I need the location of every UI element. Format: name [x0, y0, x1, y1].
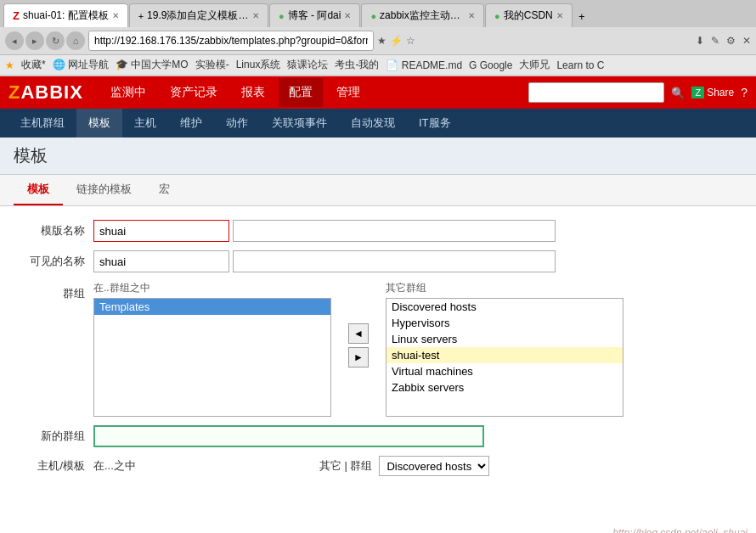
other-group-hypervisors[interactable]: Hypervisors [386, 315, 623, 331]
subnav-correlations[interactable]: 关联项事件 [260, 109, 339, 137]
bookmark-nav[interactable]: 🌐 网址导航 [53, 58, 109, 72]
page-tab-macro[interactable]: 宏 [145, 175, 183, 205]
search-icon[interactable]: 🔍 [671, 87, 685, 99]
tab-label-4: zabbix监控主动模式.. [380, 8, 465, 23]
bookmark-learn[interactable]: Learn to C [556, 59, 604, 71]
group-label: 群组 [17, 281, 93, 301]
browser-tabs: Z shuai-01: 配置模板 ✕ + 19.9添加自定义模板|Li... ✕… [0, 0, 756, 27]
page-title: 模板 [14, 144, 742, 167]
tab-label-2: 19.9添加自定义模板|Li... [147, 8, 249, 23]
search-input[interactable] [528, 82, 664, 103]
edit-icon[interactable]: ✎ [711, 35, 719, 47]
other-group-discovered[interactable]: Discovered hosts [386, 299, 623, 315]
arrow-right-button[interactable]: ► [348, 347, 369, 367]
tab-favicon-4: ● [370, 11, 376, 21]
browser-nav-buttons: ◂ ▸ ↻ ⌂ [5, 31, 85, 50]
host-template-label: 主机/模板 [17, 458, 93, 474]
template-name-extra[interactable] [233, 220, 556, 242]
page-title-bar: 模板 [0, 137, 756, 175]
other-groups-listbox[interactable]: Discovered hosts Hypervisors Linux serve… [386, 298, 623, 417]
main-nav: 监测中 资产记录 报表 配置 管理 [100, 78, 529, 107]
tab-favicon-z: Z [13, 9, 20, 22]
refresh-button[interactable]: ↻ [46, 31, 65, 50]
new-tab-button[interactable]: + [573, 5, 590, 27]
back-button[interactable]: ◂ [5, 31, 24, 50]
tab-close-4[interactable]: ✕ [468, 11, 475, 20]
tools-icon[interactable]: ⚙ [726, 35, 736, 47]
address-bar[interactable] [88, 31, 374, 51]
in-group-item-templates[interactable]: Templates [94, 299, 330, 315]
template-name-input[interactable] [93, 220, 229, 242]
tab-active[interactable]: Z shuai-01: 配置模板 ✕ [3, 3, 128, 27]
host-template-dropdown[interactable]: Discovered hosts Hypervisors Linux serve… [379, 456, 489, 476]
bookmark-university[interactable]: 🎓 中国大学MO [116, 58, 189, 72]
other-group-shuai-test[interactable]: shuai-test [386, 347, 623, 363]
star-icon[interactable]: ☆ [406, 35, 415, 47]
host-template-row: 主机/模板 在...之中 其它 | 群组 Discovered hosts Hy… [17, 456, 739, 476]
bookmark-monkey[interactable]: 猿课论坛 [287, 58, 328, 72]
subnav-host[interactable]: 主机 [122, 109, 168, 137]
arrow-left-button[interactable]: ◄ [348, 323, 369, 344]
download-icon[interactable]: ⬇ [696, 35, 704, 47]
tab-close-3[interactable]: ✕ [344, 11, 351, 20]
new-group-input[interactable] [93, 425, 484, 447]
tab-favicon-2: + [138, 11, 144, 21]
bookmark-google[interactable]: G Google [469, 59, 512, 71]
nav-admin[interactable]: 管理 [326, 78, 370, 107]
other-group-linux[interactable]: Linux servers [386, 331, 623, 347]
page-tabs: 模板 链接的模板 宏 [0, 175, 756, 206]
in-groups-listbox[interactable]: Templates [93, 298, 331, 417]
share-z-icon: Z [691, 87, 704, 98]
page-tab-template[interactable]: 模板 [14, 175, 63, 205]
nav-monitor[interactable]: 监测中 [100, 78, 156, 107]
tab-label-3: 博客 - 阿dai [288, 8, 341, 23]
nav-config[interactable]: 配置 [279, 78, 323, 107]
tab-close-5[interactable]: ✕ [556, 11, 563, 20]
tab-favicon-3: ● [279, 11, 285, 21]
close-icon[interactable]: ✕ [742, 35, 751, 47]
subnav-maintenance[interactable]: 维护 [168, 109, 214, 137]
subnav-it-services[interactable]: IT服务 [407, 109, 463, 137]
in-groups-title: 在..群组之中 [93, 281, 331, 295]
tab-close-2[interactable]: ✕ [252, 11, 259, 20]
tab-5[interactable]: ● 我的CSDN ✕ [485, 3, 573, 27]
tab-label-active: shuai-01: 配置模板 [23, 8, 109, 23]
visible-name-extra[interactable] [233, 250, 556, 272]
help-button[interactable]: ? [741, 86, 748, 99]
subnav-template[interactable]: 模板 [76, 109, 122, 137]
bookmark-star-icon[interactable]: ★ [377, 35, 386, 47]
sub-nav: 主机群组 模板 主机 维护 动作 关联项事件 自动发现 IT服务 [0, 109, 756, 137]
bookmark-favorites[interactable]: 收藏* [21, 58, 46, 72]
template-name-label: 模版名称 [17, 223, 93, 238]
browser-toolbar: ◂ ▸ ↻ ⌂ ★ ⚡ ☆ ⬇ ✎ ⚙ ✕ [0, 27, 756, 55]
bookmark-readme[interactable]: 📄 README.md [386, 59, 462, 71]
bookmarks-star-icon: ★ [5, 59, 14, 71]
subnav-discovery[interactable]: 自动发现 [339, 109, 407, 137]
tab-3[interactable]: ● 博客 - 阿dai ✕ [269, 3, 360, 27]
tab-4[interactable]: ● zabbix监控主动模式.. ✕ [361, 3, 484, 27]
nav-reports[interactable]: 报表 [231, 78, 275, 107]
group-section: 在..群组之中 Templates ◄ ► 其它群组 Discovered ho… [93, 281, 623, 417]
page-tab-linked[interactable]: 链接的模板 [63, 175, 145, 205]
forward-button[interactable]: ▸ [25, 31, 44, 50]
nav-assets[interactable]: 资产记录 [160, 78, 228, 107]
new-group-label: 新的群组 [17, 429, 93, 444]
other-groups-title: 其它群组 [386, 281, 623, 295]
bookmark-exam[interactable]: 考虫-我的 [335, 58, 379, 72]
lightning-icon[interactable]: ⚡ [390, 35, 403, 47]
bookmark-master[interactable]: 大师兄 [519, 58, 550, 72]
other-group-virtual[interactable]: Virtual machines [386, 363, 623, 379]
bookmark-linux[interactable]: Linux系统 [236, 58, 281, 72]
header-right: 🔍 Z Share ? [528, 82, 748, 103]
share-button[interactable]: Z Share [691, 87, 734, 98]
home-button[interactable]: ⌂ [66, 31, 85, 50]
host-template-sub: 在...之中 其它 | 群组 Discovered hosts Hypervis… [93, 456, 489, 476]
other-group-zabbix[interactable]: Zabbix servers [386, 379, 623, 396]
subnav-action[interactable]: 动作 [214, 109, 260, 137]
visible-name-input[interactable] [93, 250, 229, 272]
bookmark-lab[interactable]: 实验模- [195, 58, 229, 72]
in-groups-container: 在..群组之中 Templates [93, 281, 331, 417]
tab-close-active[interactable]: ✕ [112, 11, 119, 20]
subnav-hostgroup[interactable]: 主机群组 [8, 109, 76, 137]
tab-2[interactable]: + 19.9添加自定义模板|Li... ✕ [129, 3, 268, 27]
